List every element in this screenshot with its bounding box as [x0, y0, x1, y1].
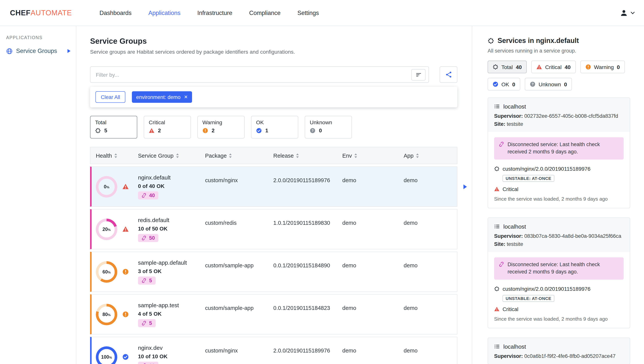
status-card-critical[interactable]: Critical 2: [144, 116, 191, 138]
share-button[interactable]: [440, 66, 457, 83]
badge-ok[interactable]: OK0: [488, 78, 520, 91]
ok-icon: [256, 128, 262, 133]
service-identifier-row: custom/nginx/2.0.0/20190115189976: [494, 285, 624, 292]
clear-all-button[interactable]: Clear All: [96, 91, 126, 103]
remove-chip-icon[interactable]: ✕: [184, 94, 188, 100]
sort-icon[interactable]: [354, 153, 357, 158]
supervisor-row: Supervisor: 0c0a6b1f-f9f2-4fe6-8fb0-ad05…: [494, 353, 624, 359]
service-group-name: nginx.dev: [138, 344, 205, 351]
status-card-warning[interactable]: Warning 2: [198, 116, 244, 138]
badge-warning[interactable]: Warning0: [580, 61, 625, 73]
status-card-count: 0: [319, 127, 322, 134]
release-cell: 0.0.1/20190115184823: [273, 294, 342, 334]
nav-dashboards[interactable]: Dashboards: [100, 10, 132, 16]
table-row[interactable]: 60% sample-app.default 3 of 5 OK 5 custo…: [90, 252, 457, 292]
sort-icon[interactable]: [416, 153, 419, 158]
status-card-label: Critical: [149, 119, 186, 125]
services-icon: [494, 286, 500, 291]
nav-infrastructure[interactable]: Infrastructure: [197, 10, 232, 16]
sort-icon[interactable]: [176, 153, 179, 158]
badge-critical[interactable]: Critical40: [531, 61, 576, 73]
release-cell: 1.0.1/20190115189830: [273, 209, 342, 249]
status-card-count: 5: [104, 127, 107, 134]
disconnected-alert: Disconnected service: Last health check …: [494, 257, 624, 280]
service-card: localhost Supervisor: 083b07ca-5830-4a8d…: [488, 217, 630, 328]
broken-link-icon: [142, 278, 146, 283]
table-row[interactable]: 20% redis.default 10 of 50 OK 50 custom/…: [90, 209, 457, 249]
table-row[interactable]: 80% sample-app.test 4 of 5 OK 5 custom/s…: [90, 294, 457, 334]
column-header-app[interactable]: App: [404, 152, 457, 159]
status-card-unknown[interactable]: Unknown 0: [305, 116, 352, 138]
main-content: Service Groups Service groups are Habita…: [76, 26, 472, 364]
filter-chip-environment-demo[interactable]: environment: demo ✕: [132, 91, 192, 103]
service-group-name: sample-app.test: [138, 302, 205, 308]
sidebar: APPLICATIONS Service Groups: [0, 26, 76, 364]
status-card-ok[interactable]: OK 1: [251, 116, 298, 138]
user-icon: [620, 9, 628, 17]
service-group-cell: nginx.default 0 of 40 OK 40: [138, 167, 205, 206]
filter-chip-label: environment: demo: [136, 94, 180, 100]
health-cell: 60%: [96, 252, 138, 291]
health-check-badge: UNSTABLE: AT-ONCE: [502, 175, 554, 182]
filter-bar: [90, 66, 457, 83]
service-group-cell: nginx.dev 10 of 10 OK 10: [138, 337, 205, 364]
filter-options-button[interactable]: [411, 69, 426, 80]
service-group-name: sample-app.default: [138, 259, 205, 266]
service-group-cell: sample-app.default 3 of 5 OK 5: [138, 252, 205, 291]
nav-compliance[interactable]: Compliance: [249, 10, 280, 16]
status-card-total[interactable]: Total 5: [90, 116, 137, 138]
health-cell: 100%: [96, 337, 138, 364]
env-cell: demo: [342, 294, 404, 334]
chef-automate-logo[interactable]: CHEFAUTOMATE: [10, 9, 72, 17]
service-identifier-row: custom/nginx/2.0.0/20190115189976: [494, 166, 624, 172]
user-menu[interactable]: [620, 9, 635, 17]
sort-icon[interactable]: [114, 153, 117, 158]
nav-settings[interactable]: Settings: [298, 10, 319, 16]
warning-icon: [122, 311, 129, 317]
sidebar-item-service-groups[interactable]: Service Groups: [0, 45, 76, 57]
chevron-down-icon: [630, 11, 635, 14]
badge-total[interactable]: Total40: [488, 61, 527, 73]
table-row[interactable]: 100% nginx.dev 10 of 10 OK 10 custom/ngi…: [90, 337, 457, 364]
app-cell: demo: [404, 167, 457, 206]
host-row: localhost: [494, 223, 624, 230]
globe-icon: [6, 48, 13, 54]
status-card-count: 2: [158, 127, 161, 134]
column-header-release[interactable]: Release: [273, 152, 342, 159]
disconnected-badge: 5: [138, 276, 156, 284]
service-status: Critical: [502, 186, 518, 192]
disconnected-badge: 10: [138, 361, 158, 364]
health-cell: 20%: [96, 209, 138, 249]
sort-icon[interactable]: [229, 153, 232, 158]
panel-subtitle: All services running in a service group.: [488, 48, 630, 54]
env-cell: demo: [342, 337, 404, 364]
health-donut: 100%: [96, 346, 117, 364]
table-row[interactable]: 0% nginx.default 0 of 40 OK 40 custom/ng…: [90, 166, 457, 207]
column-header-service-group[interactable]: Service Group: [138, 152, 205, 159]
host-name: localhost: [503, 343, 526, 350]
service-group-cell: sample-app.test 4 of 5 OK 5: [138, 294, 205, 334]
nav-applications[interactable]: Applications: [148, 10, 180, 16]
ok-count: 3 of 5 OK: [138, 268, 205, 274]
broken-link-icon: [142, 320, 146, 325]
services-detail-panel: Services in nginx.default All services r…: [472, 26, 644, 364]
service-group-name: redis.default: [138, 216, 205, 223]
service-since-text: Since the service was loaded, 2 months 9…: [494, 316, 624, 322]
column-header-health[interactable]: Health: [96, 152, 138, 159]
disconnected-alert-text: Disconnected service: Last health check …: [508, 261, 619, 276]
service-since-text: Since the service was loaded, 2 months 9…: [494, 196, 624, 202]
disconnected-badge: 5: [138, 319, 156, 327]
ok-count: 10 of 10 OK: [138, 353, 205, 359]
panel-status-badges: Total40 Critical40 Warning0 OK0 Unknown0: [488, 61, 630, 91]
filter-input[interactable]: [90, 72, 411, 78]
service-status-row: Critical: [494, 186, 624, 192]
ok-icon: [122, 354, 129, 360]
sort-icon[interactable]: [296, 153, 299, 158]
page-title: Service Groups: [90, 37, 457, 46]
service-card: localhost Supervisor: 0c0a6b1f-f9f2-4fe6…: [488, 337, 630, 364]
app-cell: demo: [404, 209, 457, 249]
column-header-package[interactable]: Package: [205, 152, 273, 159]
badge-unknown[interactable]: Unknown0: [525, 78, 572, 91]
service-card-header: localhost Supervisor: 002732ee-6557-405c…: [488, 98, 630, 132]
column-header-env[interactable]: Env: [342, 152, 404, 159]
